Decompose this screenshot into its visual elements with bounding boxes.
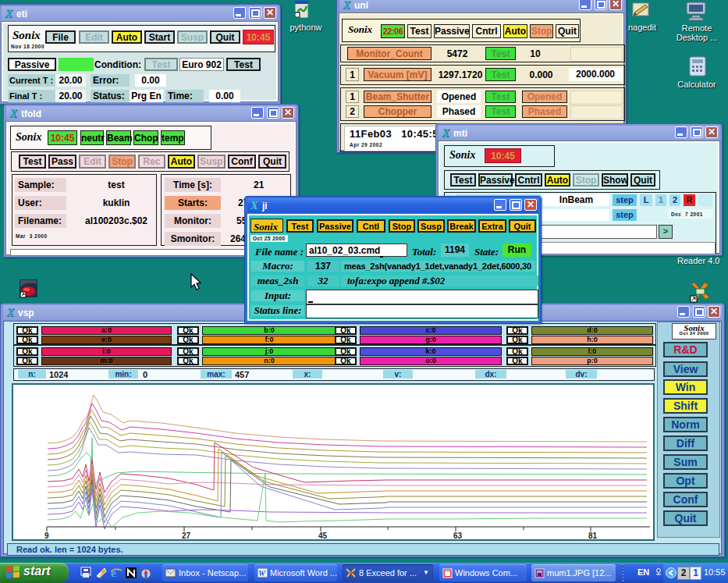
svg-text:27: 27	[182, 531, 191, 539]
svg-text:e: e	[111, 567, 116, 579]
svg-text:81: 81	[588, 531, 598, 539]
svg-text:W: W	[258, 569, 266, 578]
svg-text:63: 63	[453, 531, 463, 539]
svg-text:45: 45	[318, 531, 328, 539]
svg-text:9: 9	[44, 531, 49, 539]
